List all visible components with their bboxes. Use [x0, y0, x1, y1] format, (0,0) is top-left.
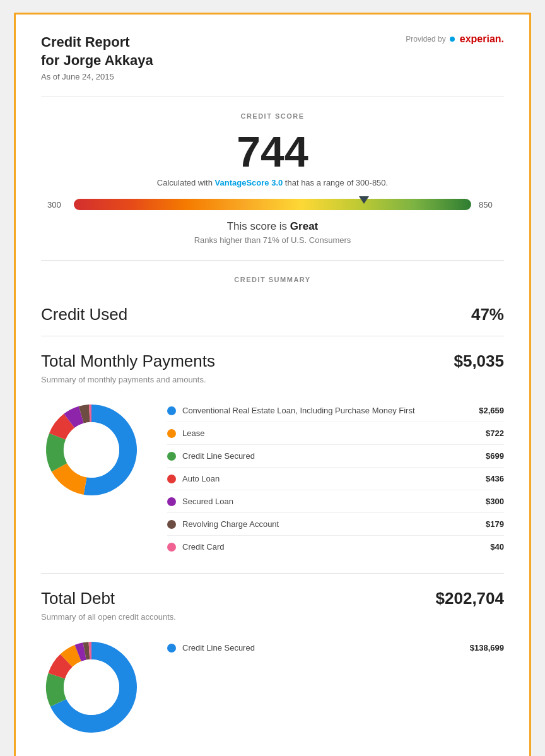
vantage-link[interactable]: VantageScore 3.0 [215, 178, 283, 187]
provided-by-text: Provided by [406, 35, 445, 44]
monthly-payments-title: Total Monthly Payments [41, 351, 215, 371]
monthly-payments-header: Total Monthly Payments $5,035 [41, 351, 504, 371]
score-indicator [359, 196, 369, 204]
report-date: As of June 24, 2015 [41, 72, 153, 81]
legend-amount: $138,699 [470, 643, 504, 653]
legend-dot [167, 520, 176, 529]
legend-name: Auto Loan [182, 474, 220, 483]
legend-dot [167, 497, 176, 506]
legend-item: Auto Loan $436 [167, 468, 504, 490]
legend-amount: $436 [486, 474, 504, 483]
monthly-payments-section: Total Monthly Payments $5,035 Summary of… [41, 336, 504, 573]
legend-item: Conventional Real Estate Loan, Including… [167, 399, 504, 422]
total-debt-value: $202,704 [436, 589, 504, 608]
score-bar-gradient [74, 199, 471, 210]
legend-dot [167, 644, 176, 653]
legend-amount: $2,659 [479, 406, 504, 415]
credit-score-section: CREDIT SCORE 744 Calculated with Vantage… [41, 97, 504, 260]
score-max-label: 850 [479, 200, 498, 210]
legend-item: Credit Line Secured $699 [167, 445, 504, 468]
svg-point-0 [64, 422, 119, 478]
legend-name: Credit Line Secured [182, 643, 255, 653]
debt-donut [41, 637, 142, 740]
legend-left: Secured Loan [167, 497, 233, 506]
legend-left: Credit Line Secured [167, 643, 255, 653]
legend-dot [167, 406, 176, 415]
page: Credit Report for Jorge Akkaya As of Jun… [14, 13, 531, 756]
total-debt-section: Total Debt $202,704 Summary of all open … [41, 573, 504, 755]
legend-left: Lease [167, 428, 204, 438]
legend-name: Conventional Real Estate Loan, Including… [182, 406, 415, 415]
rank-text: Ranks higher than 71% of U.S. Consumers [41, 235, 504, 245]
payments-legend: Conventional Real Estate Loan, Including… [167, 399, 504, 558]
legend-item: Lease $722 [167, 422, 504, 445]
payments-donut [41, 399, 142, 503]
header-left: Credit Report for Jorge Akkaya As of Jun… [41, 33, 153, 81]
experian-dot [450, 37, 455, 42]
legend-dot [167, 475, 176, 483]
score-bar-container: 300 850 [41, 199, 504, 210]
legend-name: Credit Card [182, 542, 224, 552]
legend-name: Lease [182, 428, 204, 438]
legend-left: Credit Card [167, 542, 224, 552]
legend-amount: $40 [490, 542, 504, 552]
total-debt-title: Total Debt [41, 589, 115, 608]
legend-amount: $300 [486, 497, 504, 506]
legend-amount: $699 [486, 451, 504, 461]
legend-amount: $722 [486, 428, 504, 438]
score-bar [74, 199, 471, 210]
credit-used-label: Credit Used [41, 305, 127, 324]
monthly-payments-value: $5,035 [454, 351, 504, 371]
legend-left: Credit Line Secured [167, 451, 255, 461]
svg-point-1 [64, 659, 119, 715]
legend-name: Secured Loan [182, 497, 233, 506]
score-description: This score is Great Ranks higher than 71… [41, 220, 504, 245]
legend-name: Revolving Charge Account [182, 519, 279, 529]
legend-amount: $179 [486, 519, 504, 529]
legend-dot [167, 543, 176, 552]
legend-dot [167, 452, 176, 461]
legend-left: Conventional Real Estate Loan, Including… [167, 406, 415, 415]
credit-summary-label: CREDIT SUMMARY [41, 276, 504, 283]
legend-item: Secured Loan $300 [167, 490, 504, 513]
score-quality-text: This score is Great [41, 220, 504, 233]
credit-score-value: 744 [41, 130, 504, 173]
credit-used-row: Credit Used 47% [41, 293, 504, 336]
experian-logo: Provided by experian. [406, 33, 504, 45]
monthly-payments-sub: Summary of monthly payments and amounts. [41, 375, 504, 384]
report-title: Credit Report for Jorge Akkaya [41, 33, 153, 69]
credit-score-label: CREDIT SCORE [41, 112, 504, 120]
legend-dot [167, 429, 176, 438]
legend-name: Credit Line Secured [182, 451, 255, 461]
debt-legend: Credit Line Secured $138,699 [167, 637, 504, 659]
legend-item: Credit Line Secured $138,699 [167, 637, 504, 659]
legend-left: Auto Loan [167, 474, 220, 483]
header: Credit Report for Jorge Akkaya As of Jun… [41, 33, 504, 81]
credit-summary-section: CREDIT SUMMARY Credit Used 47% [41, 260, 504, 336]
debt-content: Credit Line Secured $138,699 [41, 637, 504, 740]
vantage-text: Calculated with VantageScore 3.0 that ha… [41, 178, 504, 187]
legend-item: Credit Card $40 [167, 536, 504, 558]
legend-left: Revolving Charge Account [167, 519, 279, 529]
legend-item: Revolving Charge Account $179 [167, 513, 504, 536]
score-quality: Great [290, 220, 318, 232]
score-min-label: 300 [47, 200, 66, 210]
total-debt-sub: Summary of all open credit accounts. [41, 612, 504, 622]
total-debt-header: Total Debt $202,704 [41, 589, 504, 608]
credit-used-value: 47% [471, 305, 504, 324]
experian-brand: experian. [460, 33, 504, 45]
payments-content: Conventional Real Estate Loan, Including… [41, 399, 504, 558]
